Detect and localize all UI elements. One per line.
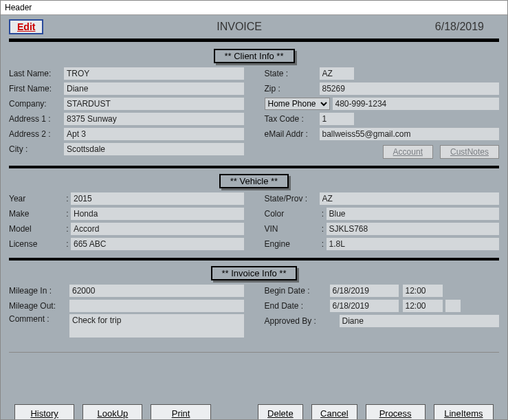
stateprov-field[interactable]	[320, 192, 500, 205]
vehicle-columns: Year: Make: Model: License: State/Prov :…	[9, 192, 499, 252]
print-button[interactable]: Print	[151, 404, 210, 420]
label-license: License	[9, 239, 64, 249]
process-button[interactable]: Process	[366, 404, 426, 420]
color-field[interactable]	[327, 208, 500, 220]
label-year: Year	[9, 194, 64, 203]
lookup-button[interactable]: LookUp	[82, 404, 142, 420]
bottom-spacer	[9, 352, 499, 400]
endtime-field[interactable]	[403, 300, 443, 312]
label-mileageout: Mileage Out:	[9, 301, 69, 311]
delete-button[interactable]: Delete	[258, 404, 303, 420]
label-color: Color	[265, 209, 320, 219]
label-address2: Address 2 :	[9, 129, 64, 139]
top-bar: Edit INVOICE 6/18/2019	[9, 18, 499, 37]
city-field[interactable]	[64, 143, 244, 155]
account-button[interactable]: Account	[383, 145, 433, 159]
company-field[interactable]	[64, 98, 244, 110]
cancel-button[interactable]: Cancel	[311, 404, 357, 420]
label-city: City :	[9, 144, 64, 154]
label-state: State :	[265, 69, 320, 78]
label-address1: Address 1 :	[9, 114, 64, 124]
vin-field[interactable]	[327, 223, 500, 235]
engine-field[interactable]	[327, 238, 500, 250]
page-date: 6/18/2019	[435, 21, 499, 33]
model-field[interactable]	[71, 223, 244, 235]
history-button[interactable]: History	[14, 404, 74, 420]
section-header-invoice: ** Invoice Info **	[9, 266, 499, 280]
taxcode-field[interactable]	[320, 113, 354, 125]
window-title: Header	[5, 3, 32, 12]
begintime-field[interactable]	[403, 285, 443, 297]
form-content: Edit INVOICE 6/18/2019 ** Client Info **…	[1, 15, 507, 400]
label-taxcode: Tax Code :	[265, 114, 320, 124]
label-make: Make	[9, 209, 64, 219]
lastname-field[interactable]	[64, 67, 244, 80]
label-model: Model	[9, 224, 64, 234]
license-field[interactable]	[71, 238, 244, 250]
custnotes-button[interactable]: CustNotes	[440, 145, 499, 159]
phone-type-select[interactable]: Home Phone	[265, 98, 330, 110]
ampm-box[interactable]	[445, 300, 461, 312]
label-company: Company:	[9, 99, 64, 109]
label-enddate: End Date :	[265, 301, 330, 311]
label-stateprov: State/Prov :	[265, 194, 320, 203]
zip-field[interactable]	[320, 82, 500, 95]
label-lastname: Last Name:	[9, 69, 64, 78]
invoice-columns: Mileage In : Mileage Out: Comment : Begi…	[9, 284, 499, 340]
edit-button[interactable]: Edit	[9, 19, 43, 34]
label-begindate: Begin Date :	[265, 286, 330, 296]
comment-field[interactable]	[69, 314, 244, 338]
address1-field[interactable]	[64, 113, 244, 125]
label-approvedby: Approved By :	[265, 316, 330, 326]
label-vin: VIN	[265, 224, 320, 234]
window-titlebar: Header	[1, 1, 507, 15]
footer-buttons: History LookUp Print Delete Cancel Proce…	[1, 400, 507, 420]
address2-field[interactable]	[64, 128, 244, 140]
begindate-field[interactable]	[330, 285, 399, 297]
label-firstname: First Name:	[9, 84, 64, 93]
client-columns: Last Name: First Name: Company: Address …	[9, 67, 499, 160]
divider	[9, 166, 499, 168]
page-title: INVOICE	[217, 21, 262, 33]
make-field[interactable]	[71, 208, 244, 220]
section-header-client: ** Client Info **	[9, 49, 499, 63]
year-field[interactable]	[71, 192, 244, 205]
label-zip: Zip :	[265, 84, 320, 93]
firstname-field[interactable]	[64, 82, 244, 95]
email-field[interactable]	[320, 128, 500, 140]
divider	[9, 258, 499, 261]
lineitems-button[interactable]: LineItems	[434, 404, 494, 420]
mileageout-field[interactable]	[69, 300, 244, 312]
label-engine: Engine	[265, 239, 320, 249]
mileagein-field[interactable]	[69, 285, 244, 297]
label-comment: Comment :	[9, 314, 69, 324]
label-email: eMail Addr :	[265, 129, 320, 139]
enddate-field[interactable]	[330, 300, 399, 312]
section-header-vehicle: ** Vehicle **	[9, 174, 499, 188]
state-field[interactable]	[320, 67, 354, 80]
label-mileagein: Mileage In :	[9, 286, 69, 296]
divider	[9, 38, 499, 42]
phone-field[interactable]	[333, 98, 500, 110]
approvedby-field[interactable]	[340, 315, 500, 327]
